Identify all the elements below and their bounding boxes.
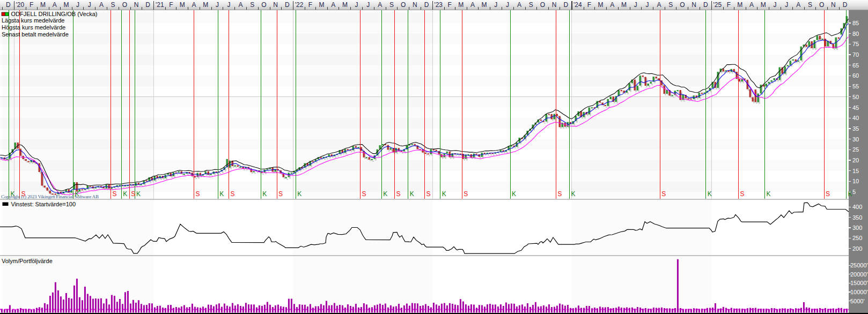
svg-text:A: A <box>331 1 335 9</box>
svg-text:D: D <box>6 1 11 9</box>
svg-text:'21: '21 <box>156 1 164 9</box>
svg-text:M: M <box>621 1 627 9</box>
svg-text:N: N <box>692 1 696 9</box>
svg-text:A: A <box>99 1 104 9</box>
svg-text:F: F <box>308 1 312 9</box>
svg-text:A: A <box>53 1 57 9</box>
svg-text:A: A <box>378 1 382 9</box>
svg-text:F: F <box>587 1 591 9</box>
svg-text:N: N <box>831 1 836 9</box>
svg-text:J: J <box>645 1 649 9</box>
svg-text:S: S <box>464 190 468 198</box>
svg-text:D: D <box>285 1 290 9</box>
svg-text:ODFJELL DRILLING/OB (Vecka): ODFJELL DRILLING/OB (Vecka) <box>11 11 98 17</box>
svg-text:F: F <box>727 1 731 9</box>
svg-text:S: S <box>231 190 235 198</box>
svg-text:S: S <box>362 190 366 198</box>
svg-text:F: F <box>30 1 33 9</box>
svg-text:S: S <box>389 1 394 9</box>
svg-text:K: K <box>262 190 267 198</box>
svg-text:Volym/Portföljvärde: Volym/Portföljvärde <box>2 258 53 264</box>
svg-text:'25: '25 <box>713 1 722 9</box>
svg-text:J: J <box>785 1 788 9</box>
svg-text:400: 400 <box>852 204 862 210</box>
svg-text:S: S <box>195 190 200 198</box>
svg-text:K: K <box>297 190 301 198</box>
svg-text:K: K <box>442 190 446 198</box>
svg-text:K: K <box>848 190 852 198</box>
svg-text:60: 60 <box>852 72 859 79</box>
svg-text:J: J <box>227 1 231 9</box>
svg-text:O: O <box>401 1 406 9</box>
svg-text:15000': 15000' <box>850 280 868 286</box>
svg-text:S: S <box>661 190 666 198</box>
svg-text:S: S <box>826 190 830 198</box>
svg-text:S: S <box>111 1 115 9</box>
svg-text:200: 200 <box>852 245 862 252</box>
svg-text:K: K <box>219 190 224 198</box>
svg-text:N: N <box>552 1 557 9</box>
svg-text:N: N <box>413 1 417 9</box>
svg-text:N: N <box>134 1 139 9</box>
svg-text:A: A <box>470 1 475 9</box>
svg-text:A: A <box>239 1 243 9</box>
svg-text:O: O <box>540 1 545 9</box>
svg-text:S: S <box>396 190 400 198</box>
svg-text:M: M <box>598 1 604 9</box>
svg-text:Högsta kurs medelvärde: Högsta kurs medelvärde <box>2 24 65 31</box>
svg-text:15: 15 <box>852 168 859 174</box>
svg-text:A: A <box>610 1 614 9</box>
svg-text:F: F <box>169 1 173 9</box>
svg-text:O: O <box>680 1 685 9</box>
svg-text:N: N <box>273 1 278 9</box>
svg-text:50: 50 <box>852 94 859 100</box>
svg-text:Lägsta kurs medelvärde: Lägsta kurs medelvärde <box>2 17 64 24</box>
svg-text:K: K <box>512 190 516 198</box>
svg-text:M: M <box>203 1 208 9</box>
svg-text:K: K <box>123 190 127 198</box>
svg-text:S: S <box>740 190 745 198</box>
svg-text:J: J <box>506 1 509 9</box>
svg-text:M: M <box>180 1 185 9</box>
svg-text:S: S <box>557 190 562 198</box>
svg-text:40: 40 <box>852 115 859 121</box>
svg-text:30: 30 <box>852 136 859 143</box>
svg-text:A: A <box>517 1 521 9</box>
svg-text:J: J <box>76 1 79 9</box>
svg-text:J: J <box>355 1 358 9</box>
svg-text:5: 5 <box>852 189 856 195</box>
svg-text:S: S <box>668 1 673 9</box>
svg-text:'23: '23 <box>434 1 443 9</box>
svg-text:D: D <box>703 1 708 9</box>
svg-text:M: M <box>63 1 69 9</box>
svg-text:10000': 10000' <box>850 289 868 295</box>
svg-text:A: A <box>657 1 661 9</box>
svg-text:S: S <box>112 190 116 198</box>
svg-text:K: K <box>410 190 414 198</box>
svg-text:75: 75 <box>852 41 859 47</box>
svg-text:J: J <box>774 1 777 9</box>
svg-text:Vinstest: Startvärde=100: Vinstest: Startvärde=100 <box>11 201 76 207</box>
svg-text:D: D <box>424 1 429 9</box>
svg-text:K: K <box>571 190 576 198</box>
svg-text:O: O <box>261 1 266 9</box>
svg-text:20: 20 <box>852 157 859 163</box>
svg-text:K: K <box>708 190 712 198</box>
svg-text:250: 250 <box>852 235 862 241</box>
svg-text:J: J <box>634 1 637 9</box>
svg-text:'24: '24 <box>573 1 582 9</box>
svg-text:350: 350 <box>852 214 862 221</box>
svg-text:F: F <box>448 1 452 9</box>
svg-text:S: S <box>250 1 254 9</box>
svg-text:J: J <box>366 1 370 9</box>
svg-text:5000': 5000' <box>850 298 865 304</box>
svg-text:'22: '22 <box>295 1 304 9</box>
svg-text:55: 55 <box>852 83 859 89</box>
svg-text:A: A <box>796 1 800 9</box>
svg-text:'20: '20 <box>16 1 24 9</box>
svg-text:J: J <box>216 1 219 9</box>
svg-text:D: D <box>843 1 848 9</box>
svg-text:M: M <box>482 1 487 9</box>
svg-text:65: 65 <box>852 62 859 69</box>
svg-text:85: 85 <box>852 20 859 26</box>
